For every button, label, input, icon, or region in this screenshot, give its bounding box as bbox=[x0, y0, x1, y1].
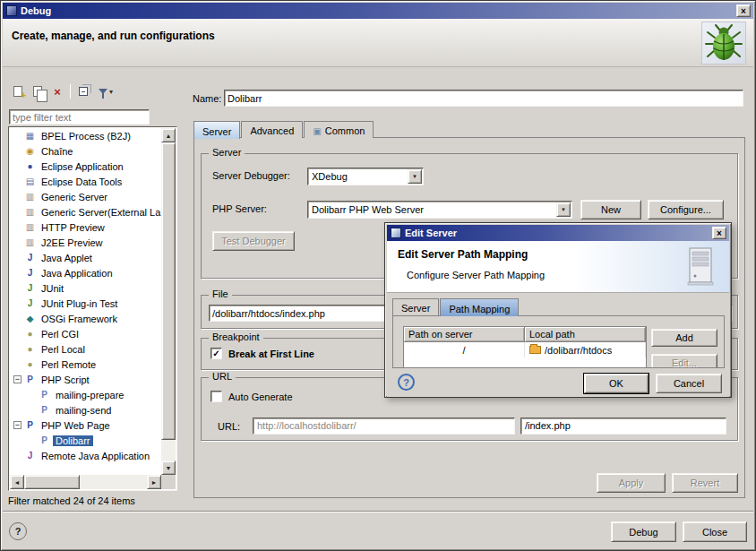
server-icon: ▥ bbox=[23, 207, 37, 217]
tab-common[interactable]: ▣Common bbox=[304, 121, 374, 138]
debug-bug-icon bbox=[704, 23, 743, 63]
tree-item-label: JUnit bbox=[39, 283, 66, 294]
help-button[interactable]: ? bbox=[9, 522, 27, 540]
tree-item-label: Perl Remote bbox=[39, 359, 99, 370]
tree-item-j2ee-preview[interactable]: ▥J2EE Preview bbox=[10, 235, 161, 250]
edit-server-close-button[interactable]: × bbox=[712, 227, 726, 239]
tree-item-junit[interactable]: JJUnit bbox=[10, 280, 161, 296]
dropdown-arrow-icon[interactable]: ▼ bbox=[408, 169, 422, 184]
column-header-local-path[interactable]: Local path bbox=[525, 327, 646, 342]
edit-server-content: Path on serverLocal path //dolibarr/htdo… bbox=[392, 315, 725, 368]
tree-item-mailing-prepare[interactable]: Pmailing-prepare bbox=[10, 387, 161, 402]
auto-generate-label: Auto Generate bbox=[228, 392, 293, 402]
tree-item-perl-local[interactable]: ●Perl Local bbox=[10, 341, 161, 357]
tree-item-eclipse-application[interactable]: ●Eclipse Application bbox=[10, 159, 161, 174]
new-launch-config-button[interactable]: + bbox=[8, 82, 28, 100]
php-server-combo[interactable]: Dolibarr PHP Web Server ▼ bbox=[307, 201, 572, 219]
tree-item-perl-cgi[interactable]: ●Perl CGI bbox=[10, 326, 161, 341]
php-server-label: PHP Server: bbox=[212, 203, 267, 214]
new-server-button[interactable]: New bbox=[580, 200, 641, 220]
path-mapping-empty-area bbox=[404, 357, 646, 368]
server-path-cell: / bbox=[404, 342, 525, 357]
scroll-up-button[interactable]: ▲ bbox=[161, 128, 176, 142]
tab-server[interactable]: Server bbox=[193, 121, 240, 139]
filter-input[interactable] bbox=[9, 109, 150, 125]
config-tree: ▦BPEL Process (B2J)◉Chaîne●Eclipse Appli… bbox=[10, 128, 161, 475]
path-mapping-table: Path on serverLocal path //dolibarr/htdo… bbox=[403, 326, 647, 368]
configure-button[interactable]: Configure... bbox=[648, 200, 724, 220]
scroll-down-button[interactable]: ▼ bbox=[161, 461, 176, 475]
break-at-first-line-checkbox[interactable]: ✓ bbox=[210, 348, 222, 359]
tree-collapse-icon[interactable]: − bbox=[13, 375, 21, 383]
filter-menu-button[interactable]: ▾ bbox=[93, 82, 118, 100]
tree-item-osgi-framework[interactable]: ◆OSGi Framework bbox=[10, 311, 161, 326]
scroll-left-button[interactable]: ◄ bbox=[10, 475, 24, 489]
hscroll-thumb[interactable] bbox=[24, 475, 80, 489]
perl-icon: ● bbox=[23, 359, 37, 369]
name-label: Name: bbox=[193, 93, 221, 104]
tree-item-mailing-send[interactable]: Pmailing-send bbox=[10, 402, 161, 418]
edit-button[interactable]: Edit... bbox=[651, 354, 717, 368]
tree-item-label: Java Applet bbox=[39, 253, 95, 263]
revert-button[interactable]: Revert bbox=[672, 473, 738, 493]
tree-item-cha-ne[interactable]: ◉Chaîne bbox=[10, 143, 161, 159]
collapse-all-button[interactable] bbox=[73, 82, 93, 100]
tree-item-junit-plug-in-test[interactable]: JJUnit Plug-in Test bbox=[10, 296, 161, 311]
php-script-icon: P bbox=[23, 375, 37, 384]
tree-item-php-web-page[interactable]: −PPHP Web Page bbox=[10, 418, 161, 433]
window-titlebar[interactable]: Debug × bbox=[3, 3, 753, 19]
add-button[interactable]: Add bbox=[651, 329, 717, 347]
tree-collapse-icon[interactable]: − bbox=[13, 421, 21, 429]
tree-item-label: BPEL Process (B2J) bbox=[39, 131, 133, 142]
edit-server-help-button[interactable]: ? bbox=[398, 374, 415, 391]
tree-hscrollbar[interactable]: ◄ ► bbox=[10, 475, 161, 489]
edit-server-dialog: Edit Server × Edit Server Path Mapping C… bbox=[384, 222, 732, 398]
server-debugger-combo[interactable]: XDebug ▼ bbox=[307, 168, 424, 185]
cancel-button[interactable]: Cancel bbox=[656, 374, 722, 393]
tree-item-eclipse-data-tools[interactable]: ▤Eclipse Data Tools bbox=[10, 174, 161, 189]
url-label: URL: bbox=[218, 421, 240, 432]
name-input[interactable] bbox=[224, 90, 743, 107]
close-button[interactable]: Close bbox=[683, 521, 747, 542]
tree-item-label: Perl Local bbox=[39, 344, 88, 355]
tree-item-label: Eclipse Data Tools bbox=[39, 176, 125, 187]
ok-button[interactable]: OK bbox=[584, 374, 649, 393]
tree-item-generic-server[interactable]: ▥Generic Server bbox=[10, 189, 161, 204]
tree-item-label: JUnit Plug-in Test bbox=[39, 298, 120, 309]
delete-config-button[interactable]: × bbox=[47, 82, 67, 100]
dropdown-arrow-icon[interactable]: ▼ bbox=[556, 202, 571, 217]
window-close-button[interactable]: × bbox=[736, 4, 751, 17]
tree-item-generic-server-external-la[interactable]: ▥Generic Server(External La bbox=[10, 204, 161, 220]
breakpoint-group-label: Breakpoint bbox=[209, 331, 263, 342]
test-debugger-button[interactable]: Test Debugger bbox=[212, 231, 295, 251]
tree-item-perl-remote[interactable]: ●Perl Remote bbox=[10, 357, 161, 372]
auto-generate-checkbox[interactable] bbox=[210, 391, 222, 402]
common-tab-icon: ▣ bbox=[313, 126, 321, 136]
vscroll-thumb[interactable] bbox=[161, 142, 176, 440]
tab-label: Server bbox=[202, 126, 231, 137]
tree-item-dolibarr[interactable]: PDolibarr bbox=[10, 433, 161, 448]
tree-item-php-script[interactable]: −PPHP Script bbox=[10, 372, 161, 387]
tree-item-remote-java-application[interactable]: JRemote Java Application bbox=[10, 448, 161, 463]
perl-icon: ● bbox=[23, 329, 37, 339]
edit-server-titlebar[interactable]: Edit Server × bbox=[387, 225, 729, 241]
es-tab-path-mapping[interactable]: Path Mapping bbox=[440, 298, 519, 316]
debug-configurations-window: Debug × Create, manage, and run configur… bbox=[0, 0, 756, 551]
tree-item-http-preview[interactable]: ▥HTTP Preview bbox=[10, 220, 161, 235]
url-path-field[interactable]: /index.php bbox=[520, 418, 726, 435]
tree-item-bpel-process-b2j[interactable]: ▦BPEL Process (B2J) bbox=[10, 128, 161, 143]
duplicate-config-button[interactable] bbox=[28, 82, 47, 100]
apply-button[interactable]: Apply bbox=[597, 473, 666, 493]
eclipse-app-icon: ● bbox=[23, 161, 37, 171]
new-config-icon: + bbox=[13, 86, 22, 97]
path-mapping-row[interactable]: //dolibarr/htdocs bbox=[404, 342, 646, 357]
tree-item-java-application[interactable]: JJava Application bbox=[10, 265, 161, 280]
tree-vscrollbar[interactable]: ▲ ▼ bbox=[161, 128, 176, 475]
tab-advanced[interactable]: Advanced bbox=[241, 121, 303, 138]
column-header-path-on-server[interactable]: Path on server bbox=[404, 327, 525, 342]
es-tab-server[interactable]: Server bbox=[392, 298, 439, 315]
tree-item-java-applet[interactable]: JJava Applet bbox=[10, 250, 161, 265]
scroll-right-button[interactable]: ► bbox=[147, 475, 161, 489]
debug-button[interactable]: Debug bbox=[611, 521, 676, 542]
footer-separator bbox=[3, 511, 753, 512]
